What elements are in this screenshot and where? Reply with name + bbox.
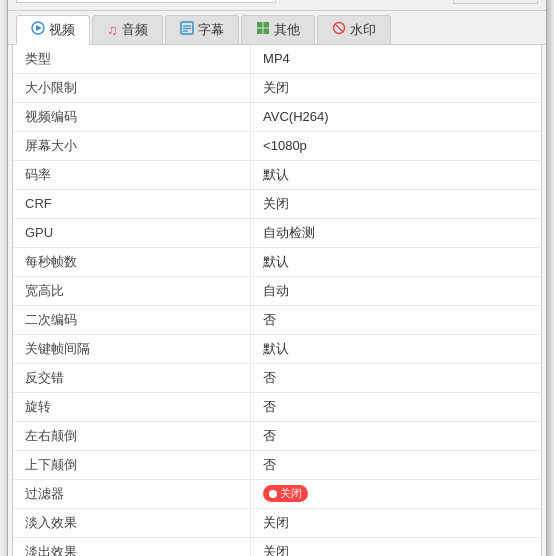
tab-other-label: 其他 bbox=[274, 21, 300, 39]
audio-tab-icon: ♫ bbox=[107, 22, 118, 38]
svg-rect-10 bbox=[257, 29, 263, 35]
row-value[interactable]: 默认 bbox=[251, 247, 541, 276]
tab-subtitle[interactable]: 字幕 bbox=[165, 15, 239, 44]
video-settings-window: 视频设置 ─ □ × 🎬 最优化的质量和大小 ▼ 💾 另存为 bbox=[7, 0, 547, 556]
table-row[interactable]: 视频编码AVC(H264) bbox=[13, 102, 541, 131]
row-label: 每秒帧数 bbox=[13, 247, 251, 276]
svg-rect-8 bbox=[257, 22, 263, 28]
row-label: 淡入效果 bbox=[13, 508, 251, 537]
tab-other[interactable]: 其他 bbox=[241, 15, 315, 44]
row-value[interactable]: 关闭 bbox=[251, 189, 541, 218]
row-label: 关键帧间隔 bbox=[13, 334, 251, 363]
row-value[interactable]: 否 bbox=[251, 305, 541, 334]
row-value[interactable]: 默认 bbox=[251, 334, 541, 363]
table-row[interactable]: CRF关闭 bbox=[13, 189, 541, 218]
row-label: 二次编码 bbox=[13, 305, 251, 334]
table-row[interactable]: 码率默认 bbox=[13, 160, 541, 189]
row-label: GPU bbox=[13, 218, 251, 247]
table-row[interactable]: 二次编码否 bbox=[13, 305, 541, 334]
filter-dot-icon bbox=[269, 490, 277, 498]
row-value[interactable]: 关闭 bbox=[251, 479, 541, 508]
table-row[interactable]: 宽高比自动 bbox=[13, 276, 541, 305]
row-value[interactable]: <1080p bbox=[251, 131, 541, 160]
table-row[interactable]: 大小限制关闭 bbox=[13, 73, 541, 102]
row-value[interactable]: 关闭 bbox=[251, 73, 541, 102]
tab-audio-label: 音频 bbox=[122, 21, 148, 39]
row-value[interactable]: 关闭 bbox=[251, 537, 541, 556]
row-label: 宽高比 bbox=[13, 276, 251, 305]
table-row[interactable]: 左右颠倒否 bbox=[13, 421, 541, 450]
tab-bar: 视频 ♫ 音频 字幕 bbox=[8, 11, 546, 45]
row-value[interactable]: 否 bbox=[251, 392, 541, 421]
table-row[interactable]: 每秒帧数默认 bbox=[13, 247, 541, 276]
table-row[interactable]: 上下颠倒否 bbox=[13, 450, 541, 479]
tab-audio[interactable]: ♫ 音频 bbox=[92, 15, 163, 44]
row-value[interactable]: AVC(H264) bbox=[251, 102, 541, 131]
settings-content: 类型MP4大小限制关闭视频编码AVC(H264)屏幕大小<1080p码率默认CR… bbox=[12, 45, 542, 557]
table-row[interactable]: 关键帧间隔默认 bbox=[13, 334, 541, 363]
row-label: 视频编码 bbox=[13, 102, 251, 131]
table-row[interactable]: 屏幕大小<1080p bbox=[13, 131, 541, 160]
table-row[interactable]: 旋转否 bbox=[13, 392, 541, 421]
tab-video[interactable]: 视频 bbox=[16, 15, 90, 45]
row-label: 过滤器 bbox=[13, 479, 251, 508]
row-value[interactable]: 否 bbox=[251, 421, 541, 450]
row-value[interactable]: 默认 bbox=[251, 160, 541, 189]
svg-marker-3 bbox=[36, 25, 42, 31]
row-label: 屏幕大小 bbox=[13, 131, 251, 160]
row-label: 淡出效果 bbox=[13, 537, 251, 556]
svg-rect-9 bbox=[263, 22, 269, 28]
tab-watermark-label: 水印 bbox=[350, 21, 376, 39]
row-label: 大小限制 bbox=[13, 73, 251, 102]
tab-subtitle-label: 字幕 bbox=[198, 21, 224, 39]
table-row[interactable]: 过滤器关闭 bbox=[13, 479, 541, 508]
row-value[interactable]: 自动检测 bbox=[251, 218, 541, 247]
tab-video-label: 视频 bbox=[49, 21, 75, 39]
subtitle-tab-icon bbox=[180, 21, 194, 38]
toolbar: 🎬 最优化的质量和大小 ▼ 💾 另存为 bbox=[8, 0, 546, 11]
settings-table: 类型MP4大小限制关闭视频编码AVC(H264)屏幕大小<1080p码率默认CR… bbox=[13, 45, 541, 557]
row-label: 码率 bbox=[13, 160, 251, 189]
table-row[interactable]: 淡出效果关闭 bbox=[13, 537, 541, 556]
table-row[interactable]: GPU自动检测 bbox=[13, 218, 541, 247]
watermark-tab-icon bbox=[332, 21, 346, 38]
filter-label: 关闭 bbox=[280, 486, 302, 501]
row-label: 左右颠倒 bbox=[13, 421, 251, 450]
row-value[interactable]: 否 bbox=[251, 363, 541, 392]
table-row[interactable]: 反交错否 bbox=[13, 363, 541, 392]
video-tab-icon bbox=[31, 21, 45, 38]
svg-line-13 bbox=[335, 24, 343, 32]
row-label: CRF bbox=[13, 189, 251, 218]
row-label: 上下颠倒 bbox=[13, 450, 251, 479]
table-row[interactable]: 类型MP4 bbox=[13, 45, 541, 74]
row-label: 反交错 bbox=[13, 363, 251, 392]
row-label: 类型 bbox=[13, 45, 251, 74]
preset-dropdown[interactable]: 🎬 最优化的质量和大小 ▼ bbox=[16, 0, 276, 3]
other-tab-icon bbox=[256, 21, 270, 38]
table-row[interactable]: 淡入效果关闭 bbox=[13, 508, 541, 537]
saveas-button[interactable]: 💾 另存为 bbox=[453, 0, 538, 4]
row-value[interactable]: 自动 bbox=[251, 276, 541, 305]
row-label: 旋转 bbox=[13, 392, 251, 421]
row-value[interactable]: 关闭 bbox=[251, 508, 541, 537]
row-value[interactable]: 否 bbox=[251, 450, 541, 479]
row-value[interactable]: MP4 bbox=[251, 45, 541, 74]
tab-watermark[interactable]: 水印 bbox=[317, 15, 391, 44]
filter-badge[interactable]: 关闭 bbox=[263, 485, 308, 502]
svg-rect-11 bbox=[263, 29, 269, 35]
